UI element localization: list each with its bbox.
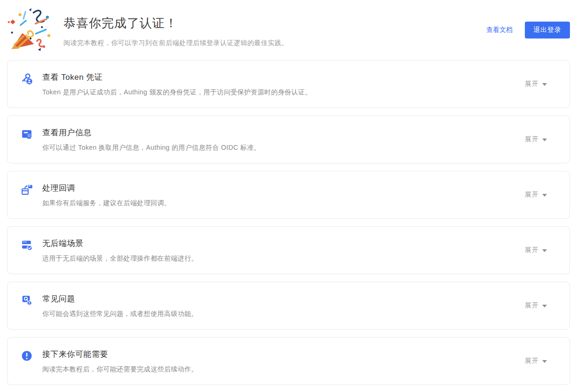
card-main: 接下来你可能需要 阅读完本教程后，你可能还需要完成这些后续动作。	[20, 349, 198, 374]
chevron-down-icon	[542, 360, 547, 363]
expand-button[interactable]: 展开	[525, 191, 547, 199]
card-main: 查看用户信息 你可以通过 Token 换取用户信息，Authing 的用户信息符…	[20, 127, 261, 152]
card-title: 查看用户信息	[42, 127, 261, 138]
card-description: 阅读完本教程后，你可能还需要完成这些后续动作。	[42, 365, 198, 374]
expand-label: 展开	[525, 135, 539, 144]
card-text: 查看 Token 凭证 Token 是用户认证成功后，Authing 颁发的身份…	[42, 72, 312, 97]
card-text: 处理回调 如果你有后端服务，建议在后端处理回调。	[42, 183, 171, 208]
expand-label: 展开	[525, 301, 539, 310]
chevron-down-icon	[542, 194, 547, 197]
exclamation-circle-icon	[20, 349, 33, 362]
party-popper-icon	[7, 4, 57, 54]
expand-label: 展开	[525, 80, 539, 88]
card-title: 接下来你可能需要	[42, 349, 198, 360]
expand-button[interactable]: 展开	[525, 246, 547, 254]
user-info-card-icon	[20, 128, 33, 141]
chevron-down-icon	[542, 249, 547, 252]
page-subtitle: 阅读完本教程，你可以学习到在前后端处理后续登录认证逻辑的最佳实践。	[63, 39, 486, 47]
card-description: 如果你有后端服务，建议在后端处理回调。	[42, 199, 171, 208]
header-actions: 查看文档 退出登录	[486, 4, 570, 38]
expand-label: 展开	[525, 246, 539, 254]
expand-label: 展开	[525, 191, 539, 199]
card-description: 你可以通过 Token 换取用户信息，Authing 的用户信息符合 OIDC …	[42, 144, 261, 152]
card-view-token: 查看 Token 凭证 Token 是用户认证成功后，Authing 颁发的身份…	[7, 60, 570, 108]
card-text: 无后端场景 适用于无后端的场景，全部处理操作都在前端进行。	[42, 238, 198, 263]
card-text: 接下来你可能需要 阅读完本教程后，你可能还需要完成这些后续动作。	[42, 349, 198, 374]
card-main: 查看 Token 凭证 Token 是用户认证成功后，Authing 颁发的身份…	[20, 72, 312, 97]
card-list: 查看 Token 凭证 Token 是用户认证成功后，Authing 颁发的身份…	[7, 60, 570, 385]
browser-check-icon	[20, 238, 33, 252]
card-title: 查看 Token 凭证	[42, 72, 312, 83]
card-main: 常见问题 你可能会遇到这些常见问题，或者想使用高级功能。	[20, 293, 198, 318]
card-description: 你可能会遇到这些常见问题，或者想使用高级功能。	[42, 310, 198, 318]
card-title: 无后端场景	[42, 238, 198, 249]
card-handle-callback: 处理回调 如果你有后端服务，建议在后端处理回调。 展开	[7, 171, 570, 219]
page: 恭喜你完成了认证！ 阅读完本教程，你可以学习到在前后端处理后续登录认证逻辑的最佳…	[0, 0, 577, 385]
card-description: Token 是用户认证成功后，Authing 颁发的身份凭证，用于访问受保护资源…	[42, 88, 312, 97]
card-text: 查看用户信息 你可以通过 Token 换取用户信息，Authing 的用户信息符…	[42, 127, 261, 152]
expand-button[interactable]: 展开	[525, 357, 547, 365]
card-title: 处理回调	[42, 183, 171, 193]
token-key-user-icon	[20, 72, 33, 85]
expand-button[interactable]: 展开	[525, 80, 547, 88]
expand-label: 展开	[525, 357, 539, 365]
card-faq: 常见问题 你可能会遇到这些常见问题，或者想使用高级功能。 展开	[7, 282, 570, 330]
header-text: 恭喜你完成了认证！ 阅读完本教程，你可以学习到在前后端处理后续登录认证逻辑的最佳…	[63, 4, 486, 47]
page-title: 恭喜你完成了认证！	[63, 15, 486, 31]
card-description: 适用于无后端的场景，全部处理操作都在前端进行。	[42, 254, 198, 263]
card-next-steps: 接下来你可能需要 阅读完本教程后，你可能还需要完成这些后续动作。 展开	[7, 337, 570, 385]
card-text: 常见问题 你可能会遇到这些常见问题，或者想使用高级功能。	[42, 293, 198, 318]
chevron-down-icon	[542, 83, 547, 86]
chevron-down-icon	[542, 138, 547, 141]
logout-button[interactable]: 退出登录	[525, 22, 570, 38]
expand-button[interactable]: 展开	[525, 135, 547, 144]
header: 恭喜你完成了认证！ 阅读完本教程，你可以学习到在前后端处理后续登录认证逻辑的最佳…	[7, 0, 570, 57]
card-user-info: 查看用户信息 你可以通过 Token 换取用户信息，Authing 的用户信息符…	[7, 115, 570, 163]
expand-button[interactable]: 展开	[525, 301, 547, 310]
card-no-backend: 无后端场景 适用于无后端的场景，全部处理操作都在前端进行。 展开	[7, 226, 570, 274]
view-docs-link[interactable]: 查看文档	[486, 26, 513, 34]
callback-windows-icon	[20, 183, 33, 196]
chevron-down-icon	[542, 305, 547, 307]
card-main: 无后端场景 适用于无后端的场景，全部处理操作都在前端进行。	[20, 238, 198, 263]
card-main: 处理回调 如果你有后端服务，建议在后端处理回调。	[20, 183, 171, 208]
card-title: 常见问题	[42, 293, 198, 304]
qa-bubble-icon	[20, 294, 33, 307]
